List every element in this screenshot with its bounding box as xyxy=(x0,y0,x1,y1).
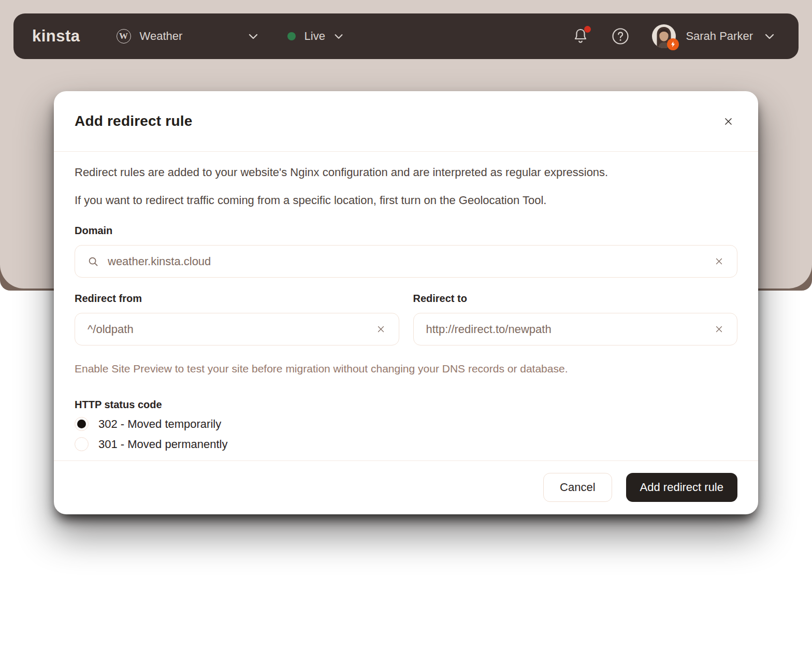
live-status-dot xyxy=(287,32,296,40)
modal-body: Redirect rules are added to your website… xyxy=(54,152,758,451)
redirect-from-input[interactable] xyxy=(88,323,375,336)
clear-icon xyxy=(715,325,723,334)
radio-option-301[interactable]: 301 - Moved permanently xyxy=(75,437,737,451)
environment-name: Live xyxy=(304,30,325,43)
modal-title: Add redirect rule xyxy=(75,113,192,129)
top-navbar: kinsta W Weather Live xyxy=(13,13,799,59)
help-icon xyxy=(612,27,629,45)
navbar-right: Sarah Parker xyxy=(572,24,776,48)
redirect-from-label: Redirect from xyxy=(75,293,399,305)
user-menu[interactable]: Sarah Parker xyxy=(686,30,753,43)
cancel-button[interactable]: Cancel xyxy=(543,473,612,502)
radio-label: 302 - Moved temporarily xyxy=(98,417,221,431)
chevron-down-icon xyxy=(247,30,259,42)
search-icon xyxy=(88,256,99,267)
domain-clear-button[interactable] xyxy=(714,256,724,267)
radio-option-302[interactable]: 302 - Moved temporarily xyxy=(75,417,737,431)
lightning-badge-icon xyxy=(667,38,679,50)
help-button[interactable] xyxy=(612,27,629,45)
redirect-from-shell xyxy=(75,313,399,345)
kinsta-logo[interactable]: kinsta xyxy=(32,27,80,46)
site-name: Weather xyxy=(140,30,247,43)
radio-icon xyxy=(75,417,89,431)
domain-label: Domain xyxy=(75,225,737,237)
redirect-from-clear-button[interactable] xyxy=(375,324,386,335)
modal-footer: Cancel Add redirect rule xyxy=(54,460,758,514)
redirect-from-column: Redirect from xyxy=(75,278,399,345)
site-preview-helper-text: Enable Site Preview to test your site be… xyxy=(75,363,737,375)
redirect-to-label: Redirect to xyxy=(413,293,738,305)
domain-field-shell xyxy=(75,245,737,278)
notification-dot xyxy=(584,26,591,33)
radio-icon xyxy=(75,437,89,451)
domain-input[interactable] xyxy=(108,255,714,268)
intro-text-1: Redirect rules are added to your website… xyxy=(75,166,737,179)
clear-icon xyxy=(376,325,385,334)
redirect-to-column: Redirect to xyxy=(413,278,738,345)
redirect-to-shell xyxy=(413,313,738,345)
notifications-button[interactable] xyxy=(572,27,589,45)
add-redirect-rule-button[interactable]: Add redirect rule xyxy=(626,473,737,502)
wordpress-icon: W xyxy=(117,29,131,44)
close-icon xyxy=(723,117,733,126)
chevron-down-icon[interactable] xyxy=(763,30,776,42)
redirect-to-input[interactable] xyxy=(426,323,714,336)
modal-header: Add redirect rule xyxy=(54,91,758,152)
user-avatar[interactable] xyxy=(652,24,676,48)
add-redirect-rule-modal: Add redirect rule Redirect rules are add… xyxy=(54,91,758,514)
environment-switcher-dropdown[interactable]: Live xyxy=(287,30,344,43)
chevron-down-icon xyxy=(333,31,344,42)
clear-icon xyxy=(715,257,723,266)
site-switcher-dropdown[interactable]: W Weather xyxy=(117,29,259,44)
radio-label: 301 - Moved permanently xyxy=(98,438,227,451)
http-status-code-label: HTTP status code xyxy=(75,399,737,411)
close-button[interactable] xyxy=(721,114,735,128)
intro-text-2: If you want to redirect traffic coming f… xyxy=(75,194,737,207)
redirect-fields-row: Redirect from Redirect to xyxy=(75,278,737,345)
redirect-to-clear-button[interactable] xyxy=(714,324,724,335)
